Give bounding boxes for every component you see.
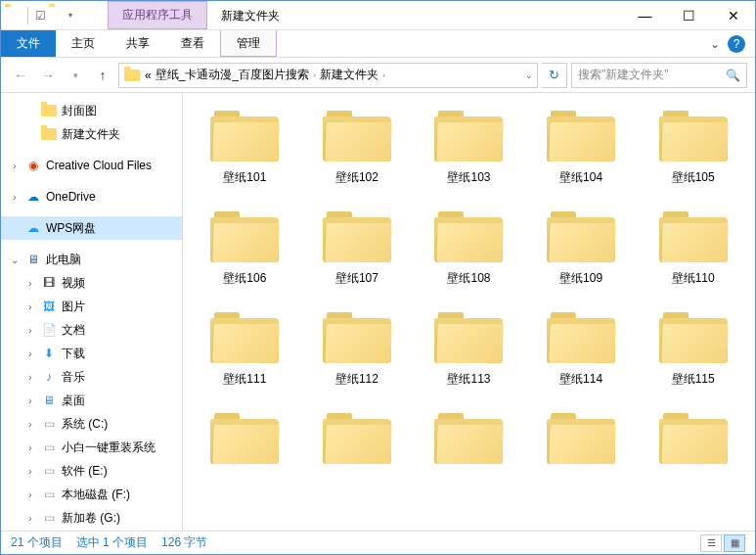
expand-icon[interactable]: › [24,301,36,312]
expand-icon[interactable]: › [24,395,36,406]
folder-item[interactable]: 壁纸113 [417,308,521,392]
expand-icon[interactable]: › [9,161,21,171]
folder-icon [547,312,615,363]
folder-label: 壁纸107 [309,270,406,287]
qat-dropdown-icon[interactable]: ▾ [68,11,78,20]
recent-dropdown-icon[interactable]: ▾ [64,64,87,87]
creative-cloud-icon: ◉ [24,157,42,174]
file-grid[interactable]: 壁纸101 壁纸102 壁纸103 壁纸104 壁纸105 壁纸106 壁纸10… [183,93,755,531]
pic-icon: 🖼 [40,298,58,315]
folder-icon [659,211,728,262]
tree-item[interactable]: › ♪ 音乐 [1,365,182,389]
chevron-right-icon: › [313,70,316,80]
folder-item[interactable] [529,409,634,476]
expand-icon[interactable]: › [24,348,36,359]
pc-icon: 🖥 [24,251,42,268]
folder-item[interactable]: 壁纸102 [305,107,410,190]
chevron-right-icon: › [382,70,385,80]
folder-item[interactable]: 壁纸103 [417,107,521,190]
folder-label: 壁纸114 [533,371,630,388]
tree-item-thispc[interactable]: ⌄ 🖥 此电脑 [1,248,182,271]
video-icon: 🎞 [40,274,58,292]
tab-share[interactable]: 共享 [111,30,165,57]
tree-item[interactable]: › ▭ 系统 (C:) [1,412,182,436]
tab-home[interactable]: 主页 [56,30,111,57]
up-button[interactable]: ↑ [91,64,114,87]
folder-item[interactable]: 壁纸111 [193,308,297,392]
folder-item[interactable]: 壁纸115 [641,308,745,392]
search-icon: 🔍 [726,69,740,82]
folder-item[interactable]: 壁纸106 [193,208,297,291]
address-dropdown-icon[interactable]: ⌄ [525,70,533,80]
tree-item[interactable]: 封面图 [1,99,182,122]
folder-item[interactable]: 壁纸109 [529,208,634,291]
expand-icon[interactable]: › [24,466,36,477]
expand-icon[interactable]: › [24,325,36,336]
tree-item[interactable]: › 🎞 视频 [1,271,182,295]
folder-label: 壁纸102 [309,169,406,186]
folder-icon [323,413,391,464]
expand-icon[interactable]: › [24,513,36,524]
breadcrumb-segment[interactable]: 壁纸_卡通动漫_百度图片搜索› [156,67,316,83]
tree-item[interactable]: › 🖼 图片 [1,295,182,318]
folder-item[interactable]: 壁纸110 [641,208,745,291]
tab-view[interactable]: 查看 [165,30,220,57]
doc-icon: 📄 [40,321,58,339]
tree-item[interactable]: › 🖥 桌面 [1,389,182,412]
folder-label: 壁纸104 [533,169,630,186]
icons-view-button[interactable]: ▦ [724,534,745,552]
search-input[interactable]: 搜索"新建文件夹" 🔍 [571,63,747,88]
forward-button[interactable]: → [36,64,60,87]
tree-item[interactable]: › ▭ 本地磁盘 (F:) [1,483,182,506]
details-view-button[interactable]: ☰ [700,534,722,552]
folder-item[interactable]: 壁纸107 [305,208,410,291]
expand-icon[interactable]: › [24,419,36,430]
folder-item[interactable]: 壁纸101 [193,107,297,190]
folder-item[interactable] [641,409,745,476]
tree-item[interactable]: 新建文件夹 [1,122,182,146]
tree-item[interactable]: › ▭ 新加卷 (G:) [1,506,182,530]
folder-icon[interactable] [49,7,67,24]
folder-item[interactable]: 壁纸104 [529,107,634,190]
expand-icon[interactable]: › [9,192,21,203]
breadcrumb-segment[interactable]: 新建文件夹› [320,67,385,83]
folder-item[interactable] [417,409,521,476]
folder-item[interactable] [193,409,297,476]
folder-icon [323,312,391,363]
refresh-button[interactable]: ↻ [542,63,567,88]
folder-item[interactable]: 壁纸114 [529,308,634,392]
tab-manage[interactable]: 管理 [220,30,277,57]
maximize-button[interactable]: ☐ [667,1,711,29]
folder-icon [210,111,279,162]
expand-icon[interactable]: › [24,278,36,289]
navigation-tree[interactable]: 封面图 新建文件夹 › ◉ Creative Cloud Files › ☁ O… [1,93,183,531]
folder-item[interactable]: 壁纸105 [641,107,745,190]
expand-icon[interactable]: › [24,442,36,453]
help-icon[interactable]: ? [728,35,745,53]
tree-item-wps[interactable]: ☁ WPS网盘 [1,216,182,240]
back-button[interactable]: ← [9,64,32,87]
expand-icon[interactable]: › [24,372,36,383]
folder-item[interactable] [305,409,410,476]
expand-icon[interactable]: › [24,489,36,500]
properties-icon[interactable]: ☑ [33,9,47,23]
tree-item[interactable]: › ▭ 软件 (E:) [1,459,182,483]
breadcrumb[interactable]: « 壁纸_卡通动漫_百度图片搜索› 新建文件夹› ⌄ [118,63,538,88]
close-button[interactable]: ✕ [711,1,755,29]
expand-ribbon-icon[interactable]: ⌄ [710,37,720,51]
status-item-count: 21 个项目 [11,534,63,551]
collapse-icon[interactable]: ⌄ [9,254,21,265]
tree-item-onedrive[interactable]: › ☁ OneDrive [1,185,182,208]
tree-item[interactable]: › ⬇ 下载 [1,342,182,365]
folder-label: 壁纸103 [421,169,517,186]
tab-file[interactable]: 文件 [1,30,56,57]
minimize-button[interactable]: — [623,1,667,29]
tree-item-creative-cloud[interactable]: › ◉ Creative Cloud Files [1,154,182,177]
tree-item[interactable]: › ▭ 小白一键重装系统 [1,436,182,459]
tree-item[interactable]: › 📄 文档 [1,318,182,342]
folder-item[interactable]: 壁纸112 [305,308,410,392]
folder-item[interactable]: 壁纸108 [417,208,521,291]
folder-label: 壁纸115 [645,371,741,388]
folder-icon [323,111,391,162]
contextual-tabs: 应用程序工具 新建文件夹 [108,1,293,29]
